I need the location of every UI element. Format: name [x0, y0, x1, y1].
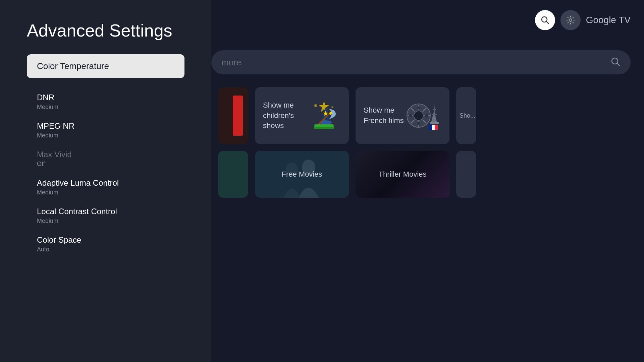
adaptive-luma-item[interactable]: Adaptive Luma Control Medium	[27, 174, 184, 201]
mpeg-nr-item[interactable]: MPEG NR Medium	[27, 117, 184, 144]
google-tv-panel: Google TV more Show me children's shows	[211, 0, 644, 362]
thriller-movies-card[interactable]: Thriller Movies	[356, 151, 449, 198]
adaptive-luma-label: Adaptive Luma Control	[37, 178, 174, 188]
svg-point-27	[409, 114, 412, 117]
dnr-value: Medium	[37, 104, 174, 111]
svg-line-4	[617, 63, 620, 66]
mpeg-nr-label: MPEG NR	[37, 121, 174, 131]
main-search-bar[interactable]: more	[211, 50, 631, 74]
partial-right-card[interactable]: Sho...	[456, 87, 476, 144]
partial-bottom-right-card	[456, 151, 476, 198]
dnr-item[interactable]: DNR Medium	[27, 88, 184, 115]
childrens-shows-text: Show me children's shows	[263, 100, 307, 131]
partial-right-text: Sho...	[460, 112, 475, 119]
local-contrast-item[interactable]: Local Contrast Control Medium	[27, 202, 184, 229]
color-space-label: Color Space	[37, 235, 174, 245]
svg-rect-32	[432, 114, 437, 115]
svg-rect-34	[429, 125, 432, 130]
svg-point-26	[417, 122, 420, 125]
svg-marker-30	[431, 111, 437, 124]
cards-section: Show me children's shows	[211, 87, 644, 198]
page-title: Advanced Settings	[27, 20, 184, 41]
settings-list: DNR Medium MPEG NR Medium Max Vivid Off …	[27, 88, 184, 258]
local-contrast-label: Local Contrast Control	[37, 207, 174, 216]
svg-rect-31	[430, 122, 439, 124]
svg-point-28	[425, 114, 428, 117]
red-bar-decoration	[233, 96, 243, 136]
svg-rect-35	[432, 125, 435, 130]
svg-rect-33	[433, 109, 436, 110]
search-button[interactable]	[535, 10, 555, 30]
selected-item-label: Color Temperature	[37, 61, 109, 71]
max-vivid-value: Off	[37, 161, 174, 168]
settings-button[interactable]	[560, 10, 581, 30]
thriller-movies-text: Thriller Movies	[378, 170, 426, 179]
partial-bottom-left-card	[218, 151, 248, 198]
childrens-shows-card[interactable]: Show me children's shows	[255, 87, 349, 144]
max-vivid-item[interactable]: Max Vivid Off	[27, 145, 184, 172]
color-temperature-item[interactable]: Color Temperature	[27, 54, 184, 78]
header-bar: Google TV	[535, 10, 631, 30]
mpeg-nr-value: Medium	[37, 132, 174, 139]
search-bar-icon	[610, 57, 621, 68]
svg-line-1	[546, 21, 549, 24]
bottom-cards-row: Free Movies Thriller Movies	[211, 151, 644, 198]
svg-marker-5	[319, 101, 329, 112]
top-cards-row: Show me children's shows	[211, 87, 644, 144]
svg-point-6	[314, 104, 317, 107]
partial-left-card	[218, 87, 248, 144]
svg-point-25	[417, 107, 420, 109]
adaptive-luma-value: Medium	[37, 189, 174, 196]
dnr-label: DNR	[37, 93, 174, 102]
local-contrast-value: Medium	[37, 218, 174, 225]
french-films-card[interactable]: Show me French films	[356, 87, 449, 144]
french-films-text: Show me French films	[364, 105, 405, 126]
svg-rect-36	[435, 125, 438, 130]
app-name-label: Google TV	[586, 15, 631, 25]
color-space-value: Auto	[37, 246, 174, 253]
search-bar-placeholder: more	[221, 57, 610, 68]
svg-rect-14	[315, 124, 333, 127]
color-space-item[interactable]: Color Space Auto	[27, 231, 184, 258]
free-movies-card[interactable]: Free Movies	[255, 151, 349, 198]
magic-wand-icon	[307, 99, 341, 132]
svg-point-2	[569, 19, 572, 21]
max-vivid-label: Max Vivid	[37, 150, 174, 159]
free-movies-text: Free Movies	[281, 170, 322, 179]
svg-point-7	[331, 106, 333, 108]
film-reel-icon	[405, 99, 441, 132]
advanced-settings-panel: Advanced Settings Color Temperature DNR …	[0, 0, 211, 362]
svg-point-16	[414, 111, 423, 120]
